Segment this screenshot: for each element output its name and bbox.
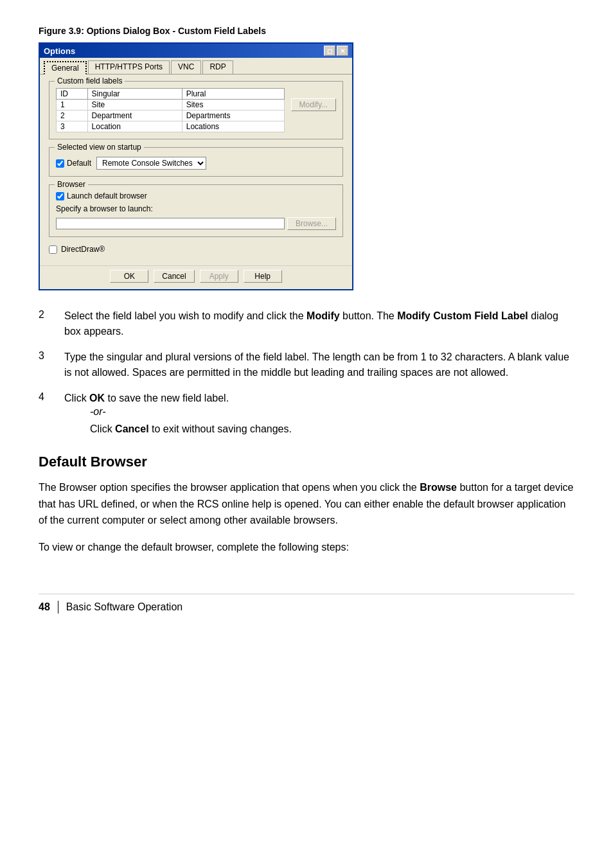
step-3: 3 Type the singular and plural versions …: [39, 350, 574, 380]
step-3-text: Type the singular and plural versions of…: [64, 350, 574, 380]
browser-group: Browser Launch default browser Specify a…: [49, 184, 343, 237]
step-4-content: Click OK to save the new field label. -o…: [64, 391, 574, 441]
options-dialog: Options ◻ ✕ General HTTP/HTTPS Ports VNC…: [39, 42, 353, 290]
dialog-wrapper: Options ◻ ✕ General HTTP/HTTPS Ports VNC…: [39, 42, 574, 290]
titlebar-buttons: ◻ ✕: [324, 46, 348, 56]
tab-http-ports[interactable]: HTTP/HTTPS Ports: [88, 60, 170, 74]
directdraw-checkbox[interactable]: [49, 245, 57, 254]
launch-label: Launch default browser: [67, 191, 147, 200]
footer-page-number: 48: [39, 601, 50, 613]
default-label: Default: [67, 159, 91, 168]
tab-vnc[interactable]: VNC: [171, 60, 201, 74]
dialog-title: Options: [44, 46, 75, 56]
browser-section: Launch default browser Specify a browser…: [56, 191, 336, 230]
table-row[interactable]: 1 Site Sites: [57, 100, 285, 111]
footer-divider: [58, 601, 58, 614]
close-button[interactable]: ✕: [337, 46, 348, 56]
cancel-button[interactable]: Cancel: [154, 270, 194, 283]
browser-input-row: Browse...: [56, 217, 336, 230]
step-3-num: 3: [39, 350, 51, 380]
ok-button[interactable]: OK: [110, 270, 148, 283]
row2-id: 2: [57, 111, 88, 121]
browser-title: Browser: [55, 180, 88, 189]
row3-plural: Locations: [182, 121, 284, 132]
dialog-footer: OK Cancel Apply Help: [40, 265, 352, 289]
startup-title: Selected view on startup: [55, 143, 144, 152]
default-checkbox[interactable]: [56, 159, 64, 168]
restore-button[interactable]: ◻: [324, 46, 335, 56]
custom-field-labels-title: Custom field labels: [55, 76, 125, 85]
row3-singular: Location: [87, 121, 182, 132]
default-browser-section: Default Browser The Browser option speci…: [39, 454, 574, 555]
figure-caption: Figure 3.9: Options Dialog Box - Custom …: [39, 26, 574, 36]
modify-button[interactable]: Modify...: [291, 98, 336, 111]
row2-singular: Department: [87, 111, 182, 121]
step-4-sub: Click Cancel to exit without saving chan…: [90, 421, 574, 437]
launch-default-label: Launch default browser: [56, 191, 336, 200]
step-2: 2 Select the field label you wish to mod…: [39, 308, 574, 339]
col-singular: Singular: [87, 89, 182, 100]
tab-general[interactable]: General: [44, 61, 87, 75]
table-portion: ID Singular Plural 1 Site Sites: [56, 85, 285, 132]
body-paragraph-1: The Browser option specifies the browser…: [39, 479, 574, 529]
step-2-text: Select the field label you wish to modif…: [64, 308, 574, 339]
body-paragraph-2: To view or change the default browser, c…: [39, 539, 574, 556]
row1-id: 1: [57, 100, 88, 111]
dialog-content: Custom field labels ID Singular Plural: [40, 75, 352, 265]
step-4-num: 4: [39, 391, 51, 441]
apply-button[interactable]: Apply: [200, 270, 238, 283]
dialog-tabs: General HTTP/HTTPS Ports VNC RDP: [40, 58, 352, 75]
row2-plural: Departments: [182, 111, 284, 121]
default-checkbox-label: Default: [56, 159, 91, 168]
custom-field-labels-group: Custom field labels ID Singular Plural: [49, 81, 343, 139]
table-row[interactable]: 2 Department Departments: [57, 111, 285, 121]
custom-field-table: ID Singular Plural 1 Site Sites: [56, 88, 285, 132]
row1-plural: Sites: [182, 100, 284, 111]
browser-input[interactable]: [56, 218, 285, 229]
page-footer: 48 Basic Software Operation: [39, 594, 574, 614]
table-with-modify: ID Singular Plural 1 Site Sites: [56, 85, 336, 132]
section-heading: Default Browser: [39, 454, 574, 470]
table-row[interactable]: 3 Location Locations: [57, 121, 285, 132]
step-list: 2 Select the field label you wish to mod…: [39, 308, 574, 441]
step-4-text: Click OK to save the new field label.: [64, 393, 229, 403]
col-plural: Plural: [182, 89, 284, 100]
startup-row: Default Remote Console Switches: [56, 157, 336, 170]
row3-id: 3: [57, 121, 88, 132]
step-4: 4 Click OK to save the new field label. …: [39, 391, 574, 441]
directdraw-row: DirectDraw®: [49, 245, 343, 254]
or-text: -or-: [90, 406, 574, 418]
help-button[interactable]: Help: [244, 270, 282, 283]
specify-label: Specify a browser to launch:: [56, 204, 336, 213]
row1-singular: Site: [87, 100, 182, 111]
startup-group: Selected view on startup Default Remote …: [49, 147, 343, 177]
launch-default-checkbox[interactable]: [56, 192, 64, 200]
tab-rdp[interactable]: RDP: [202, 60, 233, 74]
footer-section-label: Basic Software Operation: [66, 601, 182, 613]
dialog-titlebar: Options ◻ ✕: [40, 44, 352, 58]
step-2-num: 2: [39, 308, 51, 339]
startup-view-dropdown[interactable]: Remote Console Switches: [96, 157, 206, 170]
browse-button[interactable]: Browse...: [287, 217, 336, 230]
directdraw-label: DirectDraw®: [61, 245, 105, 254]
col-id: ID: [57, 89, 88, 100]
modify-btn-area: Modify...: [291, 85, 336, 111]
